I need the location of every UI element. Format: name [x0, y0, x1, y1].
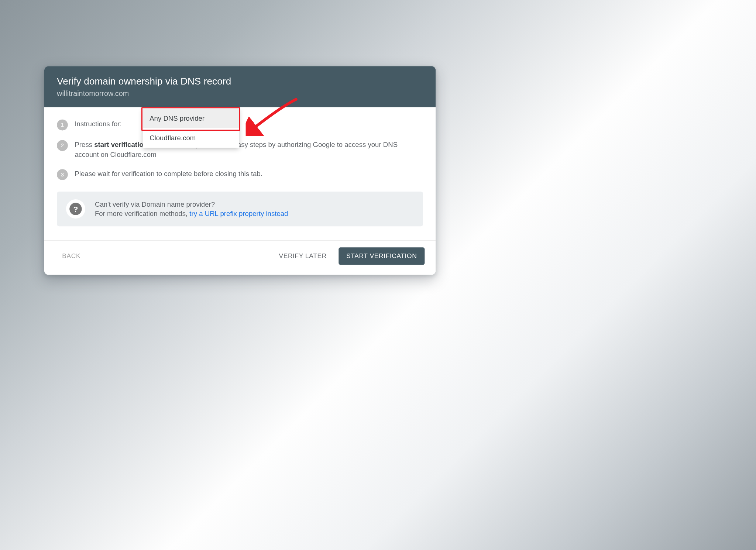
question-mark-icon: ? [69, 203, 82, 215]
step-3-text: Please wait for verification to complete… [75, 169, 262, 179]
step-2: 2 Press start verification below and ver… [57, 140, 423, 159]
verify-later-button[interactable]: VERIFY LATER [272, 247, 334, 265]
url-prefix-link[interactable]: try a URL prefix property instead [189, 210, 288, 217]
step-number-2: 2 [57, 140, 68, 151]
step-number-3: 3 [57, 169, 68, 180]
dialog-subtitle: willitraintomorrow.com [57, 89, 423, 98]
dropdown-option-cloudflare[interactable]: Cloudflare.com [143, 128, 239, 148]
step-2-bold: start verification [94, 141, 148, 148]
alt-method-info: ? Can't verify via Domain name provider?… [57, 192, 423, 226]
alt-method-lead: For more verification methods, [95, 210, 189, 217]
dropdown-option-any[interactable]: Any DNS provider [143, 109, 239, 128]
alt-method-body: For more verification methods, try a URL… [95, 210, 288, 217]
verify-dialog: Verify domain ownership via DNS record w… [44, 66, 436, 275]
step-1-text: Instructions for: [75, 119, 121, 129]
alt-method-title: Can't verify via Domain name provider? [95, 200, 288, 208]
help-icon: ? [66, 199, 85, 219]
step-2-prefix: Press [75, 141, 94, 148]
back-button[interactable]: BACK [55, 247, 87, 265]
step-1: 1 Instructions for: [57, 119, 423, 130]
dns-provider-dropdown[interactable]: Any DNS provider Cloudflare.com [143, 109, 239, 148]
dropdown-menu: Any DNS provider Cloudflare.com [143, 109, 239, 148]
dialog-body: Any DNS provider Cloudflare.com 1 Instru… [44, 107, 436, 240]
alt-method-text: Can't verify via Domain name provider? F… [95, 200, 288, 217]
step-3: 3 Please wait for verification to comple… [57, 169, 423, 180]
dialog-footer: BACK VERIFY LATER START VERIFICATION [44, 240, 436, 275]
step-number-1: 1 [57, 120, 68, 131]
dialog-title: Verify domain ownership via DNS record [57, 76, 423, 87]
step-2-text: Press start verification below and verif… [75, 140, 423, 159]
start-verification-button[interactable]: START VERIFICATION [339, 247, 425, 265]
dialog-header: Verify domain ownership via DNS record w… [44, 66, 436, 107]
footer-right: VERIFY LATER START VERIFICATION [272, 247, 425, 265]
